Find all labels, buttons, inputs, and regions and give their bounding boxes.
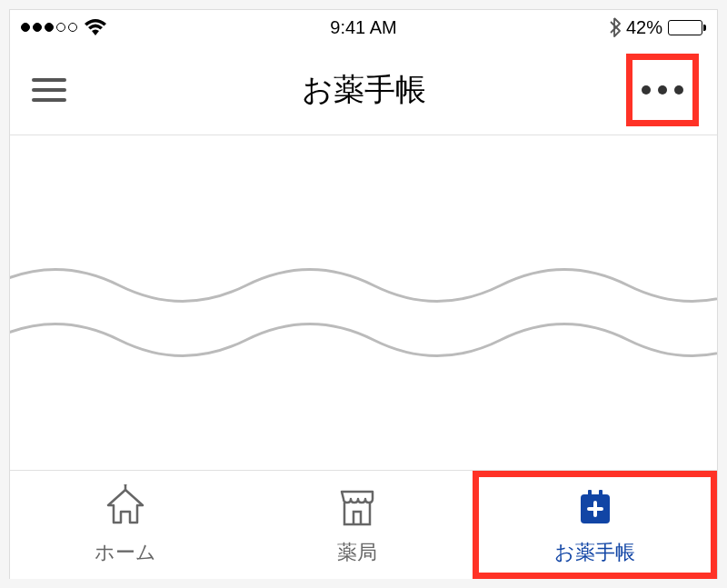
status-bar: 9:41 AM 42% xyxy=(10,10,717,45)
content-area xyxy=(10,135,717,470)
store-icon xyxy=(334,484,380,530)
nav-bar: お薬手帳 xyxy=(10,45,717,135)
svg-point-0 xyxy=(124,484,127,485)
tab-home[interactable]: ホーム xyxy=(10,471,242,579)
status-right: 42% xyxy=(609,17,706,38)
svg-rect-2 xyxy=(588,490,592,497)
home-icon xyxy=(103,484,148,530)
tab-notebook-label: お薬手帳 xyxy=(554,539,635,566)
battery-icon xyxy=(668,20,706,35)
more-button[interactable] xyxy=(626,54,699,126)
bluetooth-icon xyxy=(609,17,621,37)
tab-pharmacy[interactable]: 薬局 xyxy=(242,471,473,579)
status-time: 9:41 AM xyxy=(330,17,396,38)
tab-bar: ホーム 薬局 お薬手帳 xyxy=(10,470,717,579)
content-truncated-indicator xyxy=(10,135,717,470)
tab-home-label: ホーム xyxy=(95,539,156,566)
app-screen: 9:41 AM 42% お薬手帳 xyxy=(9,9,718,579)
page-title: お薬手帳 xyxy=(302,69,426,111)
tab-notebook[interactable]: お薬手帳 xyxy=(473,471,717,579)
menu-button[interactable] xyxy=(28,75,70,105)
svg-rect-3 xyxy=(599,490,603,497)
signal-icon xyxy=(21,23,77,32)
tab-pharmacy-label: 薬局 xyxy=(337,539,377,566)
battery-percent: 42% xyxy=(626,17,662,38)
notebook-icon xyxy=(575,484,615,530)
status-left xyxy=(21,19,106,35)
wifi-icon xyxy=(85,19,106,35)
